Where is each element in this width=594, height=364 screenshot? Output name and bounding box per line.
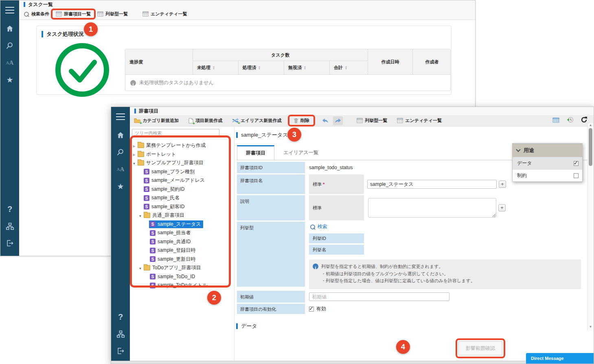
org-chart-icon[interactable] bbox=[0, 218, 19, 235]
column-header-processed[interactable]: 処理済 bbox=[238, 61, 284, 74]
redo-button[interactable] bbox=[333, 116, 343, 125]
usage-dropdown-header[interactable]: 用途 bbox=[513, 144, 582, 157]
folder-icon bbox=[138, 160, 144, 166]
delete-button[interactable]: 削除 bbox=[294, 118, 309, 124]
field-label: 辞書項目名 bbox=[237, 174, 305, 194]
new-item-button[interactable]: 項目新規作成 bbox=[189, 118, 222, 124]
favorites-star-icon[interactable]: ★ bbox=[0, 71, 19, 88]
usage-data-checkbox[interactable] bbox=[574, 161, 579, 166]
enabled-checkbox[interactable] bbox=[309, 307, 314, 312]
undo-arrow-icon bbox=[322, 118, 329, 123]
tree-item[interactable]: sample_氏名 bbox=[130, 194, 234, 203]
column-header-unprocessed[interactable]: 未処理 bbox=[193, 61, 238, 74]
tab-dictionary-item[interactable]: 辞書項目 bbox=[237, 145, 274, 160]
refresh-icon[interactable] bbox=[581, 117, 587, 124]
chevron-right-icon[interactable] bbox=[132, 143, 137, 148]
entity-list-button[interactable]: エンティティ一覧 bbox=[397, 118, 442, 124]
home-icon[interactable] bbox=[111, 126, 130, 144]
chevron-right-icon[interactable] bbox=[132, 151, 137, 157]
tree-item-folder[interactable]: ポートレット bbox=[130, 150, 234, 159]
tree-item[interactable]: sample_更新日時 bbox=[130, 255, 234, 264]
vertical-scrollbar[interactable]: ▲ ▼ bbox=[587, 123, 593, 331]
chevron-down-icon[interactable] bbox=[138, 265, 143, 271]
direct-message-button[interactable]: Direct Message bbox=[526, 353, 594, 364]
logout-icon[interactable] bbox=[111, 342, 130, 360]
tree-item[interactable]: sample_共通ID bbox=[130, 238, 234, 246]
tree-item-folder[interactable]: 業務テンプレートから作成 bbox=[130, 141, 234, 150]
dictionary-items-button[interactable]: 辞書項目一覧 bbox=[56, 11, 91, 17]
tree-item[interactable]: sample_登録日時 bbox=[130, 246, 234, 255]
folder-icon bbox=[138, 152, 144, 157]
s-badge-icon bbox=[150, 221, 156, 227]
sort-icon[interactable] bbox=[213, 66, 215, 70]
sort-icon[interactable] bbox=[304, 66, 306, 70]
usage-constraint-checkbox[interactable] bbox=[574, 173, 579, 178]
column-group-task-count: タスク数 bbox=[193, 49, 368, 61]
column-header-total[interactable]: 合計 bbox=[329, 61, 368, 74]
dict-item-name-input[interactable] bbox=[367, 180, 497, 189]
home-icon[interactable] bbox=[0, 20, 19, 37]
search-icon[interactable] bbox=[111, 144, 130, 161]
column-header-created-at: 作成日時 bbox=[368, 49, 412, 74]
undo-button[interactable] bbox=[320, 116, 330, 125]
column-header-progress: 進捗度 bbox=[125, 49, 193, 74]
impact-scope-button[interactable]: 影響範囲確認 bbox=[458, 341, 502, 355]
tree-item-folder[interactable]: サンプルアプリ_辞書項目 bbox=[130, 159, 234, 168]
tree-item[interactable]: sample_契約ID bbox=[130, 185, 234, 194]
search-conditions-button[interactable]: 検索条件 bbox=[24, 11, 49, 17]
tree-item[interactable]: sample_プラン種別 bbox=[130, 168, 234, 177]
usage-option-data[interactable]: データ bbox=[513, 157, 582, 169]
window-title: 辞書項目 bbox=[139, 108, 158, 115]
entity-list-button[interactable]: エンティティ一覧 bbox=[142, 11, 187, 17]
tree-item[interactable]: sample_メールアドレス bbox=[130, 176, 234, 185]
usage-option-constraint[interactable]: 制約 bbox=[513, 169, 582, 181]
tree-item[interactable]: sample_担当者 bbox=[130, 229, 234, 238]
sort-icon[interactable] bbox=[258, 66, 261, 70]
font-size-icon[interactable]: AA bbox=[111, 161, 130, 178]
tree-item[interactable]: sample_顧客ID bbox=[130, 203, 234, 211]
add-locale-button[interactable]: + bbox=[498, 204, 506, 211]
chevron-down-icon[interactable] bbox=[138, 213, 143, 218]
history-icon[interactable] bbox=[567, 116, 574, 125]
tree-item[interactable]: sample_ToDo_ID bbox=[130, 272, 234, 281]
add-category-button[interactable]: カテゴリ新規追加 bbox=[134, 118, 179, 124]
scrollbar-thumb[interactable] bbox=[589, 128, 592, 166]
logout-icon[interactable] bbox=[0, 235, 19, 252]
annotation-box-step4: 影響範囲確認 bbox=[456, 338, 505, 358]
tab-alias-list[interactable]: エイリアス一覧 bbox=[274, 145, 327, 160]
task-table: 進捗度 タスク数 未処理 処理済 無視済 合計 作成日時 作成者 未処理状態のタ… bbox=[125, 49, 451, 91]
chevron-down-icon[interactable] bbox=[132, 160, 137, 166]
dictionary-tree: 業務テンプレートから作成 ポートレット サンプルアプリ_辞書項目 sample_… bbox=[130, 141, 234, 290]
tree-item-selected[interactable]: sample_ステータス bbox=[130, 220, 234, 229]
tree-item-folder[interactable]: 共通_辞書項目 bbox=[130, 211, 234, 220]
grid-view-icon[interactable] bbox=[552, 117, 559, 124]
enum-list-button[interactable]: 列挙型一覧 bbox=[357, 118, 387, 124]
enum-list-button[interactable]: 列挙型一覧 bbox=[97, 11, 128, 17]
s-badge-icon bbox=[144, 204, 149, 209]
tree-item[interactable]: sample_ToDoタイトル bbox=[130, 281, 234, 290]
initial-value-input[interactable] bbox=[309, 292, 449, 301]
tree-search-input[interactable] bbox=[132, 129, 219, 137]
org-chart-icon[interactable] bbox=[111, 325, 130, 342]
table-icon bbox=[56, 11, 62, 17]
window-title: タスク一覧 bbox=[28, 1, 53, 8]
help-icon[interactable]: ? bbox=[0, 201, 19, 218]
sort-icon[interactable] bbox=[345, 66, 347, 70]
dictionary-item-window: AA ★ ? 辞書項目 カテゴリ新規追加 項目新規作成 エイリアス新規作成 削除 bbox=[111, 107, 594, 364]
description-textarea[interactable] bbox=[368, 198, 496, 218]
data-section-title: データ bbox=[241, 323, 257, 330]
font-size-icon[interactable]: AA bbox=[0, 54, 19, 71]
enum-search-link[interactable]: 検索 bbox=[310, 223, 327, 230]
scroll-down-arrow[interactable]: ▼ bbox=[588, 325, 593, 331]
form-row-activation: 辞書項目の有効化 有効 bbox=[237, 304, 587, 314]
menu-hamburger-icon[interactable] bbox=[111, 107, 130, 126]
help-icon[interactable]: ? bbox=[111, 308, 130, 325]
new-alias-button[interactable]: エイリアス新規作成 bbox=[232, 118, 281, 124]
menu-hamburger-icon[interactable] bbox=[0, 0, 19, 20]
tree-item-folder[interactable]: ToDoアプリ_辞書項目 bbox=[130, 264, 234, 272]
favorites-star-icon[interactable]: ★ bbox=[111, 178, 130, 195]
search-icon[interactable] bbox=[0, 37, 19, 54]
column-header-ignored[interactable]: 無視済 bbox=[284, 61, 329, 74]
add-locale-button[interactable]: + bbox=[499, 181, 506, 188]
folder-icon bbox=[138, 143, 144, 148]
